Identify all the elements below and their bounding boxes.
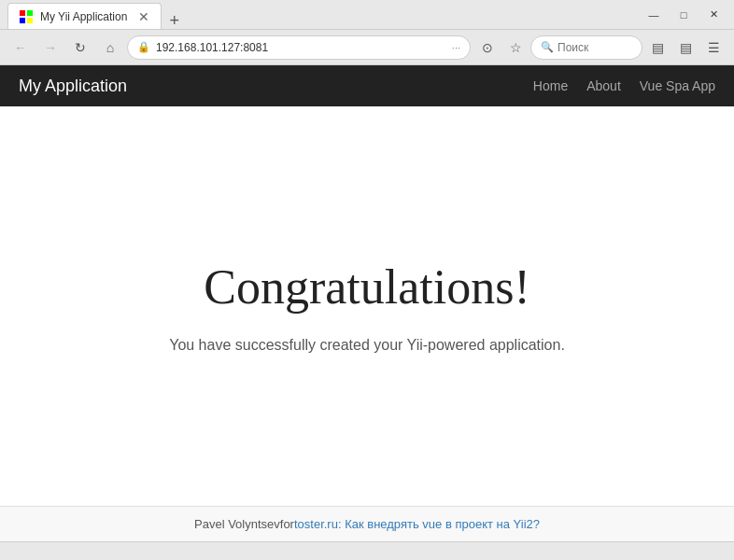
app-brand: My Application (19, 77, 127, 96)
congratulations-subtitle: You have successfully created your Yii-p… (169, 337, 565, 354)
title-bar: My Yii Application ✕ + — □ ✕ (0, 0, 734, 30)
forward-button[interactable]: → (37, 35, 64, 61)
svg-rect-1 (27, 10, 33, 16)
nav-home[interactable]: Home (533, 78, 568, 93)
footer-link[interactable]: toster.ru: Как внедрять vue в проект на … (294, 517, 540, 531)
close-button[interactable]: ✕ (700, 5, 727, 25)
svg-rect-2 (20, 18, 25, 23)
nav-about[interactable]: About (586, 78, 621, 93)
toolbar-right: ⊙ ☆ 🔍 ▤ ▤ ☰ (474, 35, 727, 61)
minimize-button[interactable]: — (641, 5, 667, 25)
search-input[interactable] (558, 41, 632, 54)
webpage: My Application Home About Vue Spa App Co… (0, 65, 734, 541)
congratulations-title: Congratulations! (204, 259, 530, 315)
reader-button[interactable]: ▤ (644, 35, 670, 61)
search-box[interactable]: 🔍 (530, 35, 642, 60)
browser-toolbar: ← → ↻ ⌂ 🔒 192.168.101.127:8081 ··· ⊙ ☆ 🔍… (0, 30, 734, 65)
status-bar (0, 541, 734, 560)
svg-rect-3 (27, 18, 33, 23)
search-icon: 🔍 (541, 41, 554, 53)
bookmark-button[interactable]: ☆ (502, 35, 529, 61)
tab-title: My Yii Application (40, 10, 127, 23)
nav-vue-spa[interactable]: Vue Spa App (640, 78, 715, 93)
menu-button[interactable]: ☰ (700, 35, 727, 61)
app-navbar: My Application Home About Vue Spa App (0, 65, 734, 106)
browser-window: My Yii Application ✕ + — □ ✕ ← → ↻ ⌂ 🔒 1… (0, 0, 734, 560)
nav-links: Home About Vue Spa App (533, 78, 715, 93)
sidebar-button[interactable]: ▤ (672, 35, 699, 61)
tab-favicon (20, 10, 33, 23)
tab-bar: My Yii Application ✕ + (7, 0, 641, 29)
svg-rect-0 (20, 10, 25, 16)
footer-connector: for (280, 517, 294, 531)
window-controls: — □ ✕ (641, 5, 727, 25)
pocket-button[interactable]: ⊙ (474, 35, 501, 61)
webpage-footer: Pavel Volyntsev for toster.ru: Как внедр… (0, 506, 734, 541)
address-bar[interactable]: 🔒 192.168.101.127:8081 ··· (127, 35, 471, 60)
back-button[interactable]: ← (7, 35, 34, 61)
url-text: 192.168.101.127:8081 (156, 41, 446, 54)
secure-icon: 🔒 (137, 41, 150, 53)
new-tab-button[interactable]: + (162, 12, 187, 29)
active-tab[interactable]: My Yii Application ✕ (7, 3, 162, 29)
main-content: Congratulations! You have successfully c… (0, 106, 734, 506)
tab-close-button[interactable]: ✕ (138, 9, 149, 24)
footer-author: Pavel Volyntsev (194, 517, 280, 531)
maximize-button[interactable]: □ (670, 5, 697, 25)
home-button[interactable]: ⌂ (97, 35, 123, 61)
reload-button[interactable]: ↻ (67, 35, 93, 61)
more-icon: ··· (452, 42, 460, 53)
